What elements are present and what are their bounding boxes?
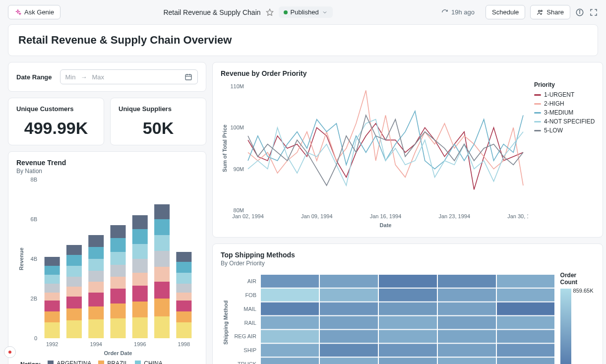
svg-rect-21 xyxy=(45,275,60,284)
ask-genie-button[interactable]: Ask Genie xyxy=(8,5,61,19)
publish-status-badge[interactable]: Published xyxy=(279,6,333,18)
shipping-methods-card: Top Shipping Methods By Order Priority A… xyxy=(212,243,603,364)
topbar: Ask Genie Retail Revenue & Supply Chain … xyxy=(0,0,606,24)
svg-rect-92 xyxy=(497,275,554,288)
svg-rect-122 xyxy=(497,344,554,357)
svg-rect-124 xyxy=(261,358,319,364)
shipping-subtitle: By Order Priority xyxy=(221,260,595,267)
legend-urgent-label: 1-URGENT xyxy=(544,91,574,98)
svg-rect-41 xyxy=(111,303,126,318)
legend-low-label: 5-LOW xyxy=(544,127,563,134)
svg-rect-57 xyxy=(154,299,170,316)
svg-point-5 xyxy=(579,10,580,11)
svg-rect-46 xyxy=(111,238,126,252)
info-icon[interactable] xyxy=(575,8,584,17)
svg-rect-24 xyxy=(66,320,82,338)
svg-rect-19 xyxy=(45,293,60,301)
svg-text:8B: 8B xyxy=(31,177,37,182)
legend-brazil-label: BRAZIL xyxy=(107,360,128,364)
unique-suppliers-label: Unique Suppliers xyxy=(119,105,198,113)
svg-text:REG AIR: REG AIR xyxy=(234,333,256,339)
share-label: Share xyxy=(546,8,564,16)
svg-rect-52 xyxy=(132,259,148,273)
legend-item-low: 5-LOW xyxy=(534,127,595,134)
svg-text:MAIL: MAIL xyxy=(243,306,256,312)
svg-rect-56 xyxy=(154,316,170,338)
svg-rect-90 xyxy=(379,275,437,288)
priority-legend-title: Priority xyxy=(534,81,595,88)
svg-text:4B: 4B xyxy=(31,256,37,262)
svg-rect-30 xyxy=(66,255,82,266)
refresh-button[interactable]: 19h ago xyxy=(435,5,481,19)
svg-rect-60 xyxy=(154,251,170,267)
svg-rect-116 xyxy=(497,330,554,343)
svg-rect-37 xyxy=(88,259,104,271)
svg-text:1994: 1994 xyxy=(90,341,102,347)
svg-rect-113 xyxy=(320,330,378,343)
schedule-button[interactable]: Schedule xyxy=(485,5,525,19)
legend-item-brazil: BRAZIL xyxy=(98,360,128,364)
arrow-right-icon: → xyxy=(80,73,87,81)
heatmap-scale: Order Count 859.65K 854.95K xyxy=(560,272,595,364)
svg-text:1996: 1996 xyxy=(134,341,146,347)
unique-suppliers-card: Unique Suppliers 50K xyxy=(110,98,206,145)
svg-rect-100 xyxy=(261,303,319,315)
svg-marker-0 xyxy=(266,9,273,15)
svg-text:1992: 1992 xyxy=(46,341,58,347)
svg-text:1998: 1998 xyxy=(178,341,190,347)
svg-rect-95 xyxy=(320,289,378,302)
svg-rect-128 xyxy=(497,358,554,364)
svg-rect-40 xyxy=(111,318,126,338)
svg-text:Jan 30, 1994: Jan 30, 1994 xyxy=(507,213,528,219)
revenue-trend-card: Revenue Trend By Nation 02B4B6B8BRevenue… xyxy=(8,151,206,364)
schedule-label: Schedule xyxy=(492,8,519,16)
svg-rect-88 xyxy=(261,275,319,288)
revenue-priority-card: Revenue by Order Priority 80M90M100M110M… xyxy=(212,62,603,238)
revenue-trend-chart[interactable]: 02B4B6B8BRevenue1992199419961998Order Da… xyxy=(16,175,200,358)
publish-status-label: Published xyxy=(291,8,319,16)
svg-rect-103 xyxy=(438,303,496,315)
dashboard-name: Retail Revenue & Supply Chain xyxy=(163,8,260,16)
svg-rect-66 xyxy=(176,301,191,311)
svg-rect-26 xyxy=(66,297,82,308)
svg-text:2B: 2B xyxy=(31,296,37,302)
svg-rect-118 xyxy=(261,344,319,357)
status-dot-icon xyxy=(284,10,288,14)
svg-point-1 xyxy=(539,10,541,12)
legend-notspec-label: 4-NOT SPECIFIED xyxy=(544,118,595,125)
svg-rect-51 xyxy=(132,273,148,286)
share-button[interactable]: Share xyxy=(530,5,570,19)
star-icon[interactable] xyxy=(266,8,274,16)
svg-rect-97 xyxy=(438,289,496,302)
svg-text:AIR: AIR xyxy=(247,278,256,284)
svg-rect-108 xyxy=(379,316,437,329)
notification-dot-icon xyxy=(8,351,11,354)
svg-rect-49 xyxy=(132,302,148,317)
svg-text:6B: 6B xyxy=(31,216,37,222)
svg-rect-20 xyxy=(45,284,60,293)
shipping-heatmap[interactable]: AIRFOBMAILRAILREG AIRSHIPTRUCK1-URGENT2-… xyxy=(221,272,554,364)
svg-rect-17 xyxy=(45,311,60,322)
refresh-icon xyxy=(441,9,448,16)
legend-item-notspec: 4-NOT SPECIFIED xyxy=(534,118,595,125)
revenue-priority-chart[interactable]: 80M90M100M110MSum of Total PriceJan 02, … xyxy=(221,81,528,230)
unique-customers-card: Unique Customers 499.99K xyxy=(8,98,104,145)
svg-rect-6 xyxy=(185,74,191,80)
svg-text:TRUCK: TRUCK xyxy=(238,361,257,364)
date-range-input[interactable]: Min → Max xyxy=(60,69,198,84)
calendar-icon xyxy=(184,73,192,81)
svg-rect-112 xyxy=(261,330,319,343)
svg-rect-31 xyxy=(66,245,82,255)
help-badge[interactable] xyxy=(4,346,16,358)
svg-rect-35 xyxy=(88,282,104,293)
svg-rect-61 xyxy=(154,235,170,251)
svg-rect-38 xyxy=(88,247,104,259)
svg-rect-64 xyxy=(176,322,191,338)
svg-text:Revenue: Revenue xyxy=(18,247,24,270)
svg-rect-125 xyxy=(320,358,378,364)
fullscreen-icon[interactable] xyxy=(589,8,598,17)
svg-rect-119 xyxy=(320,344,378,357)
legend-medium-label: 3-MEDIUM xyxy=(544,109,573,116)
svg-rect-114 xyxy=(379,330,437,343)
sparkle-icon xyxy=(14,9,21,16)
